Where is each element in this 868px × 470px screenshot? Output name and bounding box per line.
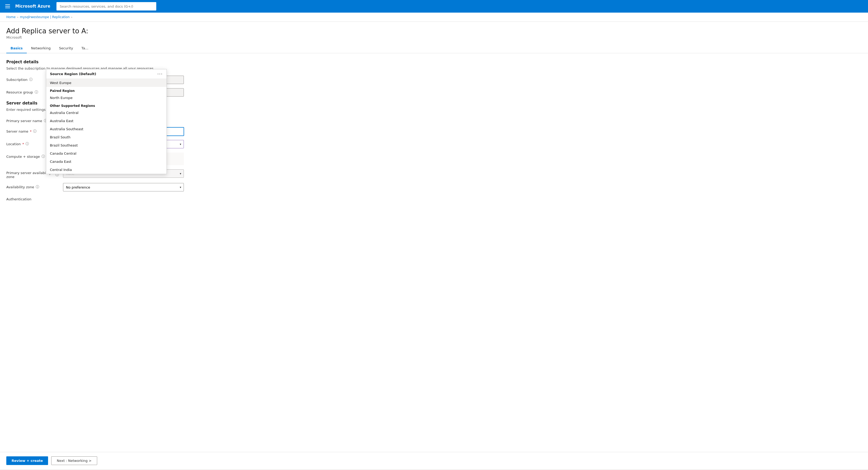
tab-tags[interactable]: Ta... xyxy=(77,43,92,53)
tab-basics[interactable]: Basics xyxy=(6,43,27,53)
breadcrumb-parent[interactable]: mysqlrwesteurope | Replication xyxy=(20,15,70,19)
avail-zone-select[interactable]: No preference xyxy=(63,183,184,191)
authentication-row: Authentication xyxy=(6,196,862,201)
tab-security[interactable]: Security xyxy=(55,43,77,53)
form-content: Project details Select the subscription … xyxy=(0,53,868,452)
next-networking-button[interactable]: Next : Networking > xyxy=(51,456,97,465)
dropdown-item-canada-east[interactable]: Canada East xyxy=(46,158,166,166)
dropdown-item-australia-east[interactable]: Australia East xyxy=(46,117,166,125)
resource-group-info-icon[interactable]: ⓘ xyxy=(35,90,38,95)
page-subtitle: Microsoft xyxy=(6,35,862,39)
avail-zone-field: No preference ▾ xyxy=(63,183,184,191)
top-navigation: Microsoft Azure xyxy=(0,0,868,12)
app-title: Microsoft Azure xyxy=(15,4,50,9)
dropdown-item-australia-southeast[interactable]: Australia Southeast xyxy=(46,125,166,133)
subscription-info-icon[interactable]: ⓘ xyxy=(29,77,33,82)
server-name-info-icon[interactable]: ⓘ xyxy=(33,129,36,134)
tabs-bar: Basics Networking Security Ta... xyxy=(0,43,868,53)
location-required: * xyxy=(22,142,24,146)
breadcrumb-sep-1: › xyxy=(17,15,18,19)
breadcrumb: Home › mysqlrwesteurope | Replication › xyxy=(0,12,868,22)
avail-zone-row: Availability zone ⓘ No preference ▾ xyxy=(6,183,862,191)
avail-zone-info-icon[interactable]: ⓘ xyxy=(36,185,39,189)
dropdown-scroll-area[interactable]: West Europe Paired Region North Europe O… xyxy=(46,79,166,174)
hamburger-menu[interactable] xyxy=(4,3,11,9)
dropdown-item-canada-central[interactable]: Canada Central xyxy=(46,149,166,158)
dropdown-header: Source Region (Default) ··· xyxy=(46,69,166,79)
tab-networking[interactable]: Networking xyxy=(27,43,55,53)
dropdown-item-australia-central[interactable]: Australia Central xyxy=(46,109,166,117)
location-info-icon[interactable]: ⓘ xyxy=(26,142,29,146)
avail-zone-wrapper: No preference ▾ xyxy=(63,183,184,191)
bottom-bar: Review + create Next : Networking > xyxy=(0,452,868,469)
dropdown-more-button[interactable]: ··· xyxy=(157,72,163,76)
project-details-title: Project details xyxy=(6,60,862,64)
dropdown-item-north-europe[interactable]: North Europe xyxy=(46,94,166,102)
dropdown-item-central-india[interactable]: Central India xyxy=(46,166,166,174)
avail-zone-label: Availability zone ⓘ xyxy=(6,183,59,189)
breadcrumb-home[interactable]: Home xyxy=(6,15,16,19)
dropdown-item-brazil-southeast[interactable]: Brazil Southeast xyxy=(46,141,166,149)
global-search-input[interactable] xyxy=(57,2,156,10)
compute-storage-info-icon[interactable]: ⓘ xyxy=(41,154,45,159)
page-header: Add Replica server to A: Microsoft xyxy=(0,22,868,39)
dropdown-group-paired: Paired Region xyxy=(46,87,166,94)
authentication-label: Authentication xyxy=(6,196,59,201)
breadcrumb-sep-2: › xyxy=(71,15,72,19)
dropdown-group-other: Other Supported Regions xyxy=(46,102,166,109)
review-create-button[interactable]: Review + create xyxy=(6,456,48,465)
page-title: Add Replica server to A: xyxy=(6,27,862,35)
dropdown-item-west-europe[interactable]: West Europe xyxy=(46,79,166,87)
server-name-required: * xyxy=(30,129,32,133)
region-dropdown: Source Region (Default) ··· West Europe … xyxy=(46,69,167,174)
dropdown-header-title: Source Region (Default) xyxy=(50,72,96,76)
dropdown-item-brazil-south[interactable]: Brazil South xyxy=(46,133,166,141)
page-container: Add Replica server to A: Microsoft Basic… xyxy=(0,22,868,469)
